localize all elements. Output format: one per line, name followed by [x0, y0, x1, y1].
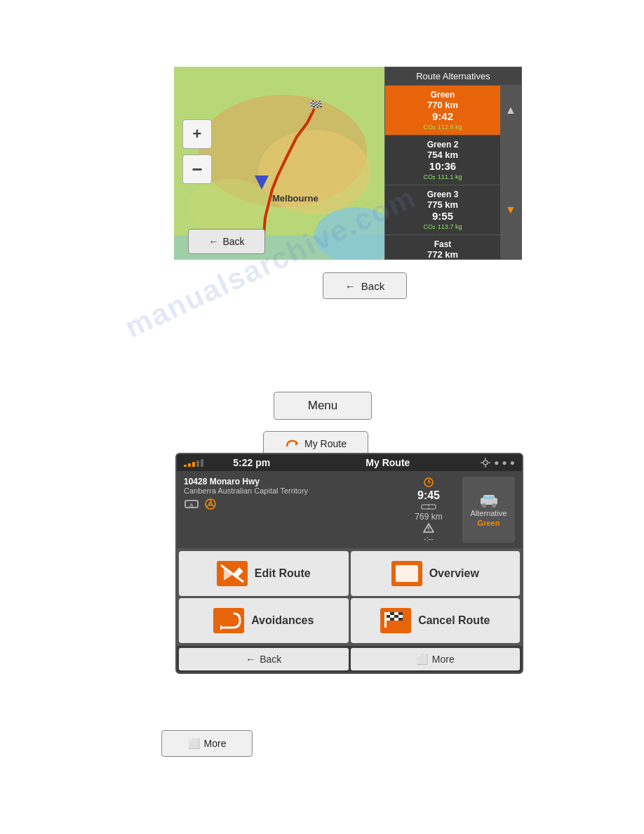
avoidances-label: Avoidances: [251, 614, 314, 627]
route-green2-content: Green 2 754 km 10:36 CO₂ 111.1 kg: [385, 135, 500, 185]
device-more-label: More: [432, 654, 455, 665]
svg-point-27: [428, 530, 429, 531]
status-dot-2: ●: [502, 458, 507, 468]
route-scroll-1: ▲: [500, 86, 521, 135]
device-back-label: Back: [260, 654, 281, 665]
map-back-button[interactable]: ← Back: [188, 229, 265, 254]
destination-city: Canberra Australian Capital Territory: [184, 486, 395, 495]
signal-bar-3: [192, 462, 195, 467]
signal-bar-2: [188, 463, 191, 467]
svg-point-8: [483, 461, 488, 465]
route-icons-row: A: [184, 498, 395, 510]
signal-indicator: [184, 459, 203, 467]
back-arrow-standalone-icon: ←: [345, 280, 356, 292]
status-title: My Route: [300, 457, 476, 468]
route-green3-co2: CO₂ 113.7 kg: [391, 222, 495, 230]
destination-address: 10428 Monaro Hwy: [184, 477, 395, 486]
avoidances-button[interactable]: Avoidances: [179, 598, 349, 643]
route-item-fast[interactable]: Fast 772 km 9:41 CO₂ 113.0 kg: [385, 235, 521, 260]
route-green2-name: Green 2: [391, 140, 495, 150]
status-icons: ● ● ●: [480, 457, 515, 468]
svg-line-18: [206, 505, 209, 507]
route-item-green3[interactable]: Green 3 775 km 9:55 CO₂ 113.7 kg ▼: [385, 185, 521, 235]
route-item-green[interactable]: Green 770 km 9:42 CO₂ 112.8 kg ▲: [385, 86, 521, 135]
signal-bar-4: [196, 461, 199, 467]
bottom-bar: ← Back ⬜ More: [177, 645, 522, 673]
status-dot-1: ●: [494, 458, 499, 468]
steering-wheel-icon: [203, 498, 217, 510]
cancel-route-button[interactable]: Cancel Route: [351, 598, 521, 643]
svg-line-19: [212, 505, 215, 507]
svg-text:🏁: 🏁: [309, 100, 323, 113]
route-green3-time: 9:55: [391, 210, 495, 222]
svg-rect-51: [398, 615, 403, 618]
map-section: 🏁 + − Melbourne ← Back Route Alternative…: [174, 67, 522, 260]
device-more-icon: ⬜: [416, 654, 428, 665]
svg-text:A: A: [189, 502, 194, 508]
svg-rect-53: [390, 618, 394, 621]
navigation-arrow: [255, 176, 269, 190]
svg-rect-45: [390, 612, 394, 615]
avoidances-icon: [213, 608, 244, 633]
route-green2-time: 10:36: [391, 160, 495, 172]
warning-icon: [423, 523, 434, 533]
device-back-button[interactable]: ← Back: [179, 648, 349, 670]
route-scroll-4: [500, 235, 521, 260]
zoom-in-button[interactable]: +: [182, 119, 212, 149]
route-green-co2: CO₂ 112.8 kg: [391, 122, 495, 131]
route-fast-dist: 772 km: [391, 249, 495, 260]
svg-rect-33: [488, 496, 494, 499]
route-green-content: Green 770 km 9:42 CO₂ 112.8 kg: [385, 86, 500, 135]
alternative-label: Alternative: [471, 509, 507, 517]
menu-button[interactable]: Menu: [274, 392, 372, 420]
svg-rect-32: [484, 496, 488, 499]
stat-time: 9:45: [417, 489, 440, 502]
more-standalone-label: More: [204, 738, 227, 749]
status-bar: 5:22 pm My Route ● ● ●: [177, 454, 522, 471]
overview-button[interactable]: Overview: [351, 551, 521, 596]
map-back-label: Back: [222, 236, 244, 247]
back-arrow-icon: ←: [208, 236, 218, 247]
svg-rect-56: [384, 612, 387, 628]
route-green-name: Green: [391, 90, 495, 100]
edit-route-button[interactable]: Edit Route: [179, 551, 349, 596]
route-green-dist: 770 km: [391, 100, 495, 110]
svg-rect-46: [394, 612, 398, 615]
overview-icon: [391, 561, 422, 586]
device-back-icon: ←: [246, 654, 255, 665]
gps-icon: [480, 457, 491, 468]
svg-point-16: [209, 503, 212, 505]
route-stats: 9:45 769 km -:--: [401, 477, 457, 543]
signal-bar-5: [201, 459, 203, 467]
road-icon: [421, 503, 436, 510]
scroll-up-icon[interactable]: ▲: [502, 101, 519, 119]
melbourne-label: Melbourne: [272, 193, 318, 204]
status-time: 5:22 pm: [208, 457, 295, 468]
route-fast-content: Fast 772 km 9:41 CO₂ 113.0 kg: [385, 235, 500, 260]
route-green2-co2: CO₂ 111.1 kg: [391, 172, 495, 180]
svg-rect-49: [390, 615, 394, 618]
highway-icon: A: [184, 498, 199, 510]
action-buttons-grid: Edit Route Overview Avoida: [177, 549, 522, 645]
alternative-box: Alternative Green: [462, 477, 515, 543]
route-scroll-2: [500, 135, 521, 185]
more-button-standalone[interactable]: ⬜ More: [161, 730, 253, 757]
route-alternatives-panel: Route Alternatives Green 770 km 9:42 CO₂…: [384, 67, 522, 260]
alternative-type: Green: [478, 519, 500, 527]
map-canvas: 🏁 + − Melbourne ← Back: [174, 67, 391, 260]
route-alternatives-header: Route Alternatives: [385, 67, 521, 86]
stat-warning: -:--: [424, 534, 434, 543]
svg-rect-47: [398, 612, 403, 615]
device-more-button[interactable]: ⬜ More: [351, 648, 521, 670]
svg-rect-54: [394, 618, 398, 621]
stat-distance: 769 km: [415, 512, 442, 522]
navigation-device: 5:22 pm My Route ● ● ● 10428 Monaro Hwy …: [175, 453, 523, 674]
scroll-down-icon[interactable]: ▼: [502, 201, 519, 219]
edit-route-label: Edit Route: [255, 567, 311, 580]
back-button-standalone[interactable]: ← Back: [323, 272, 407, 299]
svg-rect-55: [398, 618, 403, 621]
zoom-out-button[interactable]: −: [182, 154, 212, 184]
back-label-standalone: Back: [361, 280, 384, 292]
my-route-tab-label: My Route: [304, 438, 347, 449]
route-item-green2[interactable]: Green 2 754 km 10:36 CO₂ 111.1 kg: [385, 135, 521, 185]
